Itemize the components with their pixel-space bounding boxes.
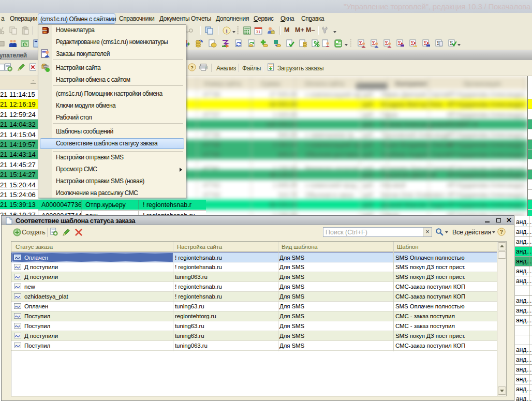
svg-text:Σ: Σ — [411, 40, 415, 46]
svg-text:?: ? — [190, 65, 194, 70]
svg-text:Σ: Σ — [359, 40, 363, 46]
svg-text:$: $ — [24, 42, 26, 47]
svg-text:Σ: Σ — [372, 40, 376, 46]
svg-text:Σ: Σ — [385, 40, 389, 46]
svg-text:?: ? — [500, 229, 503, 235]
svg-text:31: 31 — [256, 29, 261, 34]
svg-text:i: i — [226, 27, 227, 34]
